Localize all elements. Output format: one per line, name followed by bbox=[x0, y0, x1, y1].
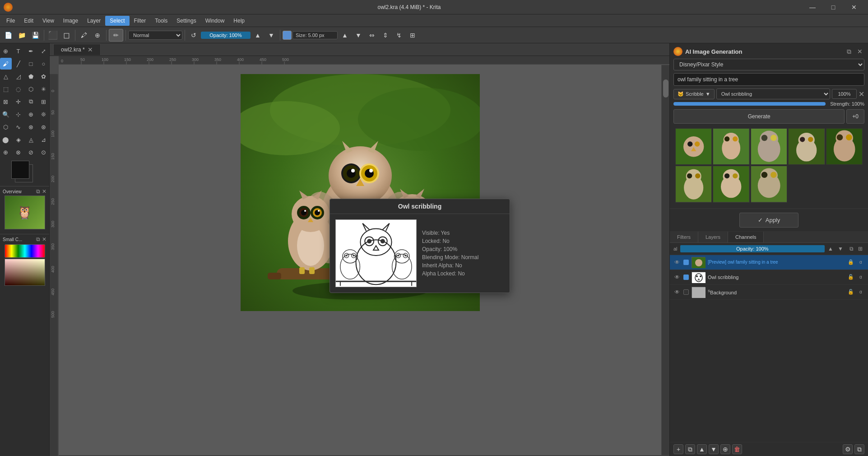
multibrush-tool[interactable]: ❊ bbox=[38, 108, 50, 120]
menu-window[interactable]: Window bbox=[201, 16, 229, 26]
tool-9b[interactable]: ⊗ bbox=[13, 146, 24, 158]
opacity-up-button[interactable]: ▲ bbox=[251, 29, 264, 42]
eraser-button[interactable]: 🖍 bbox=[78, 29, 90, 42]
layer-lock-1[interactable]: 🔒 bbox=[847, 259, 854, 266]
new-button[interactable]: 📄 bbox=[2, 29, 14, 42]
rect-tool[interactable]: □ bbox=[25, 58, 37, 70]
menu-filter[interactable]: Filter bbox=[130, 16, 151, 26]
layer-eye-1[interactable]: 👁 bbox=[673, 259, 681, 266]
tool-9c[interactable]: ⊘ bbox=[25, 146, 37, 158]
small-color-close-btn[interactable]: ✕ bbox=[42, 236, 46, 242]
vscroll-thumb[interactable] bbox=[663, 79, 668, 98]
paint-tool[interactable]: ⤢ bbox=[38, 45, 50, 57]
layer-eye-2[interactable]: 👁 bbox=[673, 274, 681, 281]
img-thumb-6[interactable] bbox=[675, 166, 712, 202]
layer-opacity-down[interactable]: ▼ bbox=[836, 245, 845, 253]
saturation-value-box[interactable] bbox=[5, 259, 45, 286]
transform-tool[interactable]: ⊕ bbox=[0, 45, 12, 57]
layer-item-background[interactable]: 👁 SBackground 🔓 α bbox=[670, 285, 868, 300]
canvas-tab-item[interactable]: owl2.kra * ✕ bbox=[53, 44, 101, 55]
calligraphy-tool[interactable]: ✒ bbox=[25, 45, 37, 57]
close-button[interactable]: ✕ bbox=[844, 0, 864, 14]
scribble-layer-select[interactable]: Owl scribbling bbox=[716, 88, 830, 99]
color-settings-button[interactable]: ⬛ bbox=[46, 29, 59, 42]
select-circle-tool[interactable]: ◌ bbox=[13, 83, 24, 95]
ai-float-btn[interactable]: ⧉ bbox=[845, 47, 854, 56]
tool-8b[interactable]: ◈ bbox=[13, 134, 24, 145]
layer-alpha-1[interactable]: α bbox=[857, 259, 864, 266]
text-tool[interactable]: T bbox=[13, 45, 24, 57]
scribble-remove-btn[interactable]: ✕ bbox=[859, 90, 864, 98]
path-tool[interactable]: ✿ bbox=[38, 70, 50, 82]
delete-layer-btn[interactable]: 🗑 bbox=[732, 444, 742, 454]
select-magic-tool[interactable]: ✳ bbox=[38, 83, 50, 95]
plus-button[interactable]: +0 bbox=[846, 109, 864, 124]
foreground-color-swatch[interactable] bbox=[11, 161, 29, 179]
scribble-button[interactable]: 🐱 Scribble ▼ bbox=[673, 89, 715, 99]
layers-tab-layers[interactable]: Layers bbox=[698, 232, 728, 242]
menu-edit[interactable]: Edit bbox=[19, 16, 38, 26]
tool-8c[interactable]: ◬ bbox=[25, 134, 37, 145]
zoom-tool[interactable]: ⧉ bbox=[25, 96, 37, 107]
move-tool[interactable]: ✛ bbox=[13, 96, 24, 107]
apply-button[interactable]: ✓ Apply bbox=[739, 213, 799, 228]
img-thumb-7[interactable] bbox=[713, 166, 749, 202]
line-tool[interactable]: ╱ bbox=[13, 58, 24, 70]
layers-tab-filters[interactable]: Filters bbox=[670, 232, 698, 242]
tool-8a[interactable]: ⬤ bbox=[0, 134, 12, 145]
vertical-scrollbar[interactable] bbox=[661, 65, 669, 455]
small-color-float-btn[interactable]: ⧉ bbox=[36, 236, 40, 242]
reset-opacity-button[interactable]: ↺ bbox=[187, 29, 200, 42]
clone-tool[interactable]: ⊕ bbox=[25, 108, 37, 120]
grid-tool[interactable]: ⊞ bbox=[38, 96, 50, 107]
menu-help[interactable]: Help bbox=[229, 16, 249, 26]
smart-patch-tool[interactable]: ⊹ bbox=[13, 108, 24, 120]
lock-button[interactable]: ⊞ bbox=[406, 29, 419, 42]
img-thumb-4[interactable] bbox=[788, 128, 825, 165]
layer-opacity-value[interactable]: Opacity: 100% bbox=[680, 245, 825, 252]
layer-expand-btn[interactable]: ⧉ bbox=[854, 444, 864, 454]
layer-control-2[interactable]: ⊞ bbox=[856, 245, 864, 253]
ai-close-btn[interactable]: ✕ bbox=[855, 47, 864, 56]
menu-image[interactable]: Image bbox=[59, 16, 83, 26]
img-thumb-8[interactable] bbox=[751, 166, 787, 202]
mirror-h-button[interactable]: ⇔ bbox=[366, 29, 378, 42]
fill-tool[interactable]: △ bbox=[0, 70, 12, 82]
blend-mode-select[interactable]: Normal bbox=[128, 31, 182, 40]
img-thumb-5[interactable] bbox=[826, 128, 863, 165]
tool-7d[interactable]: ⊛ bbox=[38, 121, 50, 133]
maximize-button[interactable]: □ bbox=[823, 0, 844, 14]
layer-opacity-up[interactable]: ▲ bbox=[826, 245, 835, 253]
tool-7a[interactable]: ⬡ bbox=[0, 121, 12, 133]
img-thumb-3[interactable] bbox=[751, 128, 787, 165]
select-polygon-tool[interactable]: ⬡ bbox=[25, 83, 37, 95]
tool-9a[interactable]: ⊕ bbox=[0, 146, 12, 158]
menu-select[interactable]: Select bbox=[105, 16, 129, 26]
img-thumb-2[interactable] bbox=[713, 128, 749, 165]
brush-preset-button[interactable]: ✏ bbox=[109, 29, 123, 42]
canvas-tab-close-btn[interactable]: ✕ bbox=[88, 46, 93, 53]
select-rect-tool[interactable]: ⬚ bbox=[0, 83, 12, 95]
move-up-layer-btn[interactable]: ▲ bbox=[697, 444, 707, 454]
layer-item-scribble[interactable]: 👁 Owl scribbling 🔓 α bbox=[670, 270, 868, 285]
layer-alpha-3[interactable]: α bbox=[857, 288, 864, 296]
tool-9d[interactable]: ⊙ bbox=[38, 146, 50, 158]
size-down-button[interactable]: ▼ bbox=[352, 29, 365, 42]
hue-strip[interactable] bbox=[5, 244, 45, 258]
tool-8d[interactable]: ⊿ bbox=[38, 134, 50, 145]
layer-item-preview[interactable]: 👁 [Preview] owl family sitting in a tree… bbox=[670, 255, 868, 270]
menu-view[interactable]: View bbox=[38, 16, 59, 26]
merge-layer-btn[interactable]: ⊕ bbox=[720, 444, 730, 454]
color-settings2-button[interactable]: ◻ bbox=[60, 29, 73, 42]
circle-tool[interactable]: ○ bbox=[38, 58, 50, 70]
gradient-tool[interactable]: ◿ bbox=[13, 70, 24, 82]
layer-settings-btn[interactable]: ⚙ bbox=[843, 444, 853, 454]
color-box[interactable] bbox=[283, 31, 292, 40]
menu-layer[interactable]: Layer bbox=[83, 16, 105, 26]
layer-control-1[interactable]: ⧉ bbox=[847, 245, 855, 253]
crop-tool[interactable]: ⊠ bbox=[0, 96, 12, 107]
opacity-down-button[interactable]: ▼ bbox=[265, 29, 278, 42]
size-up-button[interactable]: ▲ bbox=[339, 29, 351, 42]
strength-slider[interactable] bbox=[673, 102, 826, 106]
save-button[interactable]: 💾 bbox=[29, 29, 42, 42]
